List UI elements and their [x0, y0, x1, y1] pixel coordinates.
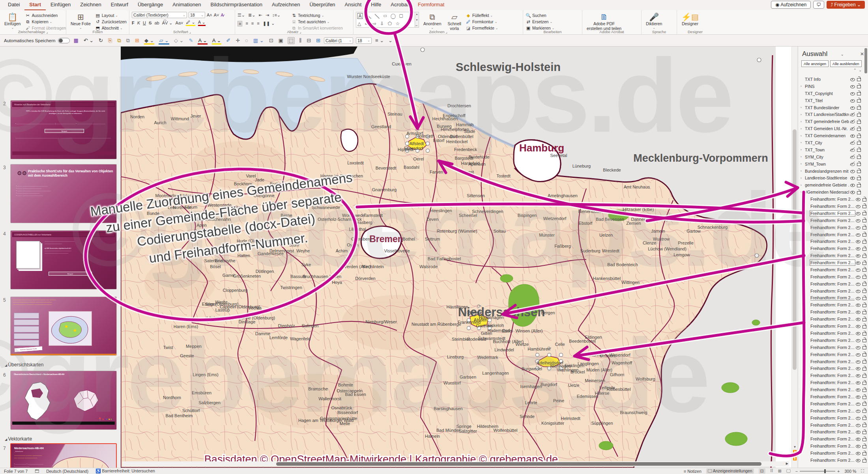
eye-icon[interactable]	[855, 203, 861, 209]
tab-ansicht[interactable]: Ansicht	[340, 0, 367, 11]
expander-icon[interactable]: ›	[801, 148, 805, 151]
selection-item[interactable]: ›Landkreise-Stadtkreise	[798, 174, 868, 181]
font-size-combo[interactable]: 18⌄	[189, 12, 205, 18]
selection-item[interactable]: Freihandform: Form 2…	[798, 372, 868, 379]
char-spacing-button[interactable]: A︠V︡ ⌄	[162, 20, 173, 26]
expander-icon[interactable]: ›	[801, 134, 805, 138]
slide-thumbnail-3[interactable]: ⚙⚙ Praktische ShortCuts für das Verwalte…	[10, 164, 117, 223]
unlock-icon[interactable]	[857, 161, 861, 166]
next-slide-icon[interactable]: ⏬	[792, 457, 798, 461]
eye-icon[interactable]	[855, 246, 861, 251]
reset-button[interactable]: ↺Zurücksetzen	[95, 19, 127, 24]
selection-item[interactable]: Freihandform: Form 2…	[798, 217, 868, 224]
eye-icon[interactable]	[855, 451, 861, 456]
tab-animationen[interactable]: Animationen	[168, 0, 206, 11]
eye-icon[interactable]	[850, 77, 855, 82]
selection-item[interactable]: Freihandform: Form 2…	[798, 442, 868, 450]
fill-color-icon[interactable]: ◆ ⌄	[144, 37, 155, 44]
eye-icon[interactable]	[855, 324, 861, 329]
unlock-icon[interactable]	[857, 119, 861, 124]
undo-icon[interactable]: ↶ ⌄	[83, 37, 94, 44]
previous-slide-icon[interactable]: ⏫	[792, 450, 798, 454]
selection-item[interactable]: Freihandform: Form 2…	[798, 210, 868, 217]
eye-icon[interactable]	[850, 105, 855, 110]
selection-item[interactable]: Freihandform: Form 2…	[798, 386, 868, 393]
tab-zeichnen[interactable]: Zeichnen	[75, 0, 106, 11]
slide-sorter-icon[interactable]: ⠿	[770, 468, 773, 474]
selection-item[interactable]: ›TXT_Town	[798, 146, 868, 153]
clear-format-button[interactable]: A̷	[221, 12, 224, 18]
unlock-icon[interactable]	[857, 175, 861, 181]
selection-item[interactable]: Freihandform: Form 2…	[798, 323, 868, 330]
move-up-icon[interactable]: ⌃	[853, 68, 859, 72]
unlock-icon[interactable]	[857, 154, 861, 159]
cut-button[interactable]: ✂Ausschneiden	[25, 13, 66, 18]
font-color-icon[interactable]: A ⌄	[197, 37, 208, 44]
chevron-down-icon[interactable]: ⌄	[840, 52, 844, 56]
slideshow-icon[interactable]: 🖵	[786, 468, 791, 474]
eye-icon[interactable]	[850, 84, 855, 89]
eye-icon[interactable]	[855, 408, 861, 413]
selection-item[interactable]: Freihandform: Form 2…	[798, 224, 868, 231]
eye-icon[interactable]	[855, 295, 861, 300]
font-color-button[interactable]: A ⌄	[198, 20, 206, 26]
selection-item[interactable]: ›TXT Gemeindenamen	[798, 132, 868, 139]
expander-icon[interactable]: ›	[801, 162, 805, 166]
shrink-font-button[interactable]: A˅	[214, 12, 219, 18]
align-center-button[interactable]: ≡	[245, 21, 248, 26]
eye-icon[interactable]	[855, 352, 861, 357]
selection-pointer-icon[interactable]: ⬚	[288, 37, 295, 44]
unlock-icon[interactable]	[857, 183, 861, 188]
eye-icon[interactable]	[855, 302, 861, 308]
shape-anchor-icon[interactable]: ✛	[235, 37, 241, 44]
eye-icon[interactable]	[855, 444, 861, 449]
tab-acrobat[interactable]: Acrobat	[386, 0, 413, 11]
selection-item[interactable]: Freihandform: Form 2…	[798, 273, 868, 280]
selection-item[interactable]: TXT_Titel	[798, 97, 868, 104]
unlock-icon[interactable]	[857, 126, 861, 131]
qat-font-combo[interactable]: Calibri (1⌄	[324, 37, 353, 44]
slide-thumbnail-4[interactable]: CODIERUNGSTABELLEN zur Vektorkarte —————…	[10, 230, 117, 289]
eye-icon[interactable]	[850, 91, 855, 96]
expander-icon[interactable]: ›	[801, 106, 805, 109]
change-case-button[interactable]: Aa˅	[176, 20, 183, 26]
tab-entwurf[interactable]: Entwurf	[106, 0, 133, 11]
slide-thumbnail-2[interactable]: Hinweise zum Bearbeiten der Vektorkarte …	[10, 100, 117, 159]
selection-item[interactable]: Freihandform: Form 2…	[798, 245, 868, 252]
selection-item[interactable]: ›TXT Gemeiden Lfd.-Nr.	[798, 125, 868, 132]
share-button[interactable]: ⤴ Freigeben ⌄	[827, 1, 865, 9]
unlock-icon[interactable]	[857, 147, 861, 152]
align-objects-icon[interactable]: ⫼	[298, 37, 302, 44]
eye-icon[interactable]	[855, 422, 861, 427]
eye-icon[interactable]	[850, 183, 855, 188]
selection-item[interactable]: ˅#Gemeinden Niedersach…	[798, 188, 868, 196]
slide-canvas[interactable]: ⟳ ⟳ ⟳	[121, 47, 791, 468]
eye-icon[interactable]	[855, 338, 861, 343]
tab-start[interactable]: Start	[24, 0, 46, 11]
eye-icon[interactable]	[855, 429, 861, 435]
scroll-right-icon[interactable]: ▶	[786, 462, 788, 465]
selection-item[interactable]: ›gemeindefreie Gebiete …	[798, 181, 868, 188]
record-button[interactable]: ◉ Aufzeichnen	[771, 1, 811, 9]
paste-button[interactable]: 📋Einfügen⌄	[2, 12, 22, 30]
unlock-icon[interactable]	[857, 91, 861, 96]
bullets-button[interactable]: ☰⌄	[238, 13, 245, 18]
grow-font-button[interactable]: A˄	[207, 12, 212, 18]
selection-item[interactable]: Freihandform: Form 2…	[798, 429, 868, 436]
expander-icon[interactable]: ›	[801, 120, 805, 123]
slide-thumbnail-6[interactable]: Übersichtskarte Deutschland + Niedersach…	[10, 371, 117, 430]
selection-item[interactable]: Freihandform: Form 2…	[798, 330, 868, 337]
line-spacing-button[interactable]: ↕≡⌄	[272, 13, 281, 18]
selection-item[interactable]: Freihandform: Form 2…	[798, 295, 868, 302]
eye-icon[interactable]	[855, 232, 861, 237]
eye-icon[interactable]	[855, 253, 861, 258]
eye-icon[interactable]	[855, 359, 861, 364]
selection-item[interactable]: Freihandform: Form 2…	[798, 231, 868, 238]
selection-item[interactable]: Freihandform: Form 2…	[798, 407, 868, 414]
qat-size-combo[interactable]: 18⌄	[356, 37, 372, 44]
selection-item[interactable]: TXT_Copyright	[798, 90, 868, 97]
selection-item[interactable]: ›TXT_City	[798, 139, 868, 146]
eye-icon[interactable]	[855, 387, 861, 392]
expander-icon[interactable]: ›	[801, 113, 805, 116]
replace-button[interactable]: ⇄Ersetzen ⌄	[526, 19, 554, 24]
